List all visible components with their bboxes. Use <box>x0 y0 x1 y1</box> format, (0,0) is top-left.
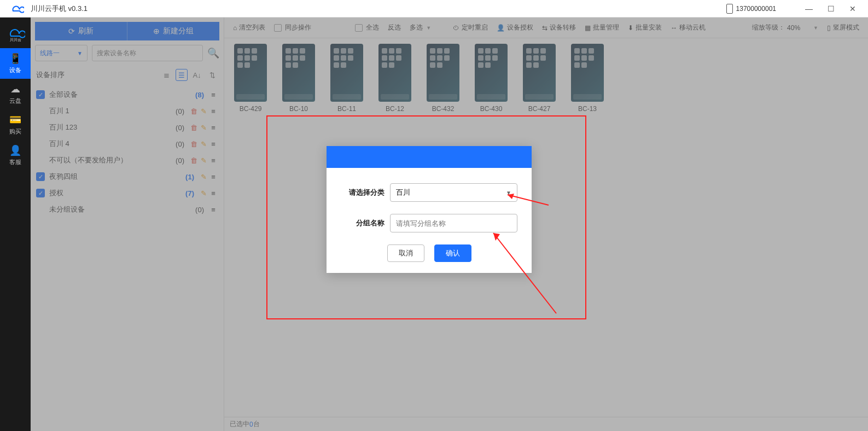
rail-label: 购买 <box>9 127 21 136</box>
chevron-down-icon: ▼ <box>506 190 511 196</box>
maximize-button[interactable]: ☐ <box>820 4 842 13</box>
app-title: 川川云手机 v0.3.1 <box>31 4 88 14</box>
category-select[interactable]: 百川 ▼ <box>390 183 517 202</box>
rail-icon: ☁ <box>10 83 20 95</box>
rail-label: 客服 <box>9 158 21 166</box>
rail-item-设备[interactable]: 📱设备 <box>0 48 31 79</box>
rail-item-云盘[interactable]: ☁云盘 <box>0 79 31 109</box>
phone-icon <box>726 4 733 14</box>
minimize-button[interactable]: — <box>798 4 820 13</box>
rail-label: 设备 <box>9 66 21 74</box>
cancel-button[interactable]: 取消 <box>387 244 424 262</box>
group-name-label: 分组名称 <box>341 218 385 228</box>
rail-item-购买[interactable]: 💳购买 <box>0 109 31 140</box>
rail-icon: 👤 <box>9 144 21 156</box>
rail-item-客服[interactable]: 👤客服 <box>0 140 31 171</box>
app-logo-icon <box>4 3 28 14</box>
rail-logo-icon: 川川云 <box>5 23 25 43</box>
nav-rail: 川川云 📱设备☁云盘💳购买👤客服 <box>0 18 31 431</box>
rail-icon: 💳 <box>9 114 21 126</box>
new-group-dialog: 请选择分类 百川 ▼ 分组名称 取消 确认 <box>327 146 532 273</box>
titlebar: 川川云手机 v0.3.1 13700000001 — ☐ ✕ <box>0 0 868 18</box>
rail-icon: 📱 <box>9 53 21 65</box>
group-name-input[interactable] <box>390 214 517 232</box>
rail-label: 云盘 <box>9 97 21 105</box>
category-label: 请选择分类 <box>341 188 385 197</box>
dialog-header <box>327 146 532 168</box>
account-phone: 13700000001 <box>736 5 776 13</box>
svg-text:川川云: 川川云 <box>10 38 21 42</box>
close-button[interactable]: ✕ <box>842 4 864 13</box>
confirm-button[interactable]: 确认 <box>434 244 471 262</box>
